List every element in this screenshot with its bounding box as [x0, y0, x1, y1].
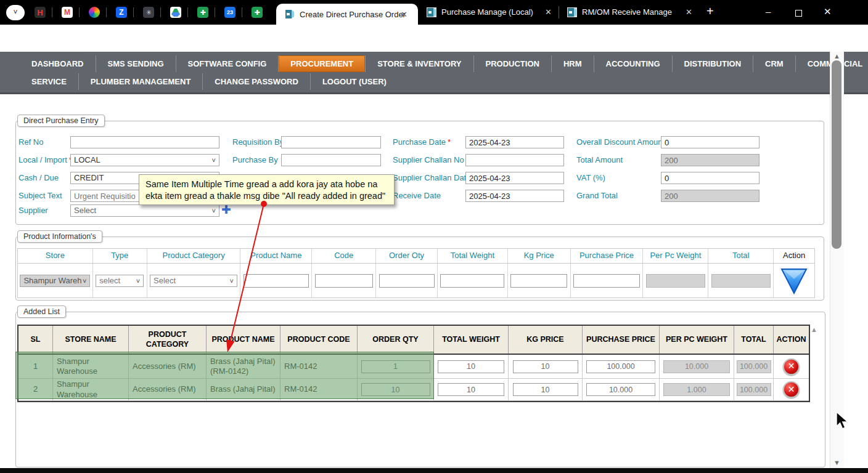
nav-service[interactable]: SERVICE — [20, 73, 78, 90]
pinned-tab-calendar-icon[interactable]: 23 — [224, 7, 235, 18]
purchase-price-input[interactable] — [573, 274, 640, 288]
scrollbar-down-icon[interactable]: ▼ — [833, 459, 840, 466]
type-select[interactable]: select˅ — [96, 275, 144, 287]
pinned-tab-drive-icon[interactable] — [170, 7, 181, 18]
total-input — [737, 360, 771, 373]
new-tab-button[interactable]: + — [706, 4, 714, 18]
col-total-weight: TOTAL WEIGHT — [434, 326, 509, 354]
ref-no-input[interactable] — [70, 136, 219, 148]
col-product-code: PRODUCT CODE — [280, 326, 358, 354]
pinned-tab-z-icon[interactable]: Z — [116, 7, 127, 18]
add-row-arrow-button[interactable] — [780, 267, 808, 295]
order-qty-input[interactable] — [379, 274, 435, 288]
tab-close-icon[interactable]: ✕ — [686, 7, 692, 17]
kg-price-input[interactable] — [513, 360, 578, 373]
pinned-tab-separator — [133, 7, 134, 17]
tab-close-icon[interactable]: ✕ — [545, 7, 552, 17]
per-pc-weight-cell — [660, 379, 734, 400]
nav-accounting[interactable]: ACCOUNTING — [594, 55, 672, 72]
tab-search-chevron-icon[interactable]: ˅ — [6, 5, 25, 20]
weight-input[interactable] — [438, 360, 504, 373]
code-input[interactable] — [315, 274, 373, 288]
col-action: Action — [774, 249, 814, 263]
nav-dashboard[interactable]: DASHBOARD — [20, 55, 96, 72]
col-order-qty: Order Oty — [376, 249, 438, 263]
window-minimize-button[interactable]: – — [766, 6, 771, 17]
requisition-by-label: Requisition By — [232, 136, 284, 148]
window-maximize-button[interactable] — [795, 8, 802, 18]
pinned-tab-green-cross-icon[interactable]: ✚ — [252, 7, 263, 18]
supplier-challan-date-input[interactable] — [465, 172, 564, 184]
nav-logout[interactable]: LOGOUT (USER) — [310, 73, 398, 90]
product-information-header: Store Type Product Category Product Name… — [18, 249, 814, 264]
requisition-by-input[interactable] — [281, 136, 381, 148]
pinned-tab-cluster-icon[interactable]: ✳ — [143, 7, 154, 18]
pinned-tab-separator — [242, 7, 242, 17]
tab-create-direct-purchase-order[interactable]: Create Direct Purchase Order ✕ — [276, 4, 418, 25]
total-input — [737, 383, 771, 396]
overall-discount-input[interactable] — [661, 136, 760, 148]
maximize-icon — [795, 10, 802, 17]
col-product-category: PRODUCT CATEGORY — [129, 326, 207, 354]
pinned-tab-green-cross-icon[interactable]: ✚ — [197, 7, 208, 18]
added-list-scroll-up-icon[interactable]: ▲ — [811, 326, 817, 333]
kg-price-input[interactable] — [510, 274, 567, 288]
kg-price-cell — [509, 355, 583, 378]
action-cell — [774, 264, 814, 297]
purchase-date-input[interactable] — [465, 136, 564, 148]
nav-production[interactable]: PRODUCTION — [473, 55, 551, 72]
col-per-pc-weight: PER PC WEIGHT — [660, 326, 734, 354]
nav-change-password[interactable]: CHANGE PASSWORD — [202, 73, 310, 90]
cash-due-value: CREDIT — [74, 173, 104, 182]
purchase-price-input[interactable] — [586, 360, 655, 373]
site-favicon — [285, 9, 295, 19]
nav-plumber-management[interactable]: PLUMBER MANAGEMENT — [78, 73, 203, 90]
per-pc-weight-input — [663, 360, 730, 373]
category-select[interactable]: Select˅ — [150, 275, 237, 287]
purchase-price-cell — [583, 355, 660, 378]
pinned-tab-colorwheel-icon[interactable] — [89, 7, 100, 18]
pinned-tab-separator — [106, 7, 107, 17]
pinned-tab-gmail-icon[interactable]: M — [62, 7, 73, 18]
annotation-highlight — [15, 352, 434, 399]
col-store: Store — [18, 249, 93, 263]
add-supplier-plus-icon[interactable]: ✚ — [221, 204, 231, 216]
nav-hrm[interactable]: HRM — [551, 55, 594, 72]
total-weight-input[interactable] — [440, 274, 504, 288]
nav-sms-sending[interactable]: SMS SENDING — [96, 55, 176, 72]
receive-date-input[interactable] — [465, 190, 564, 202]
nav-software-config[interactable]: SOFTWARE CONFIG — [176, 55, 279, 72]
tab-purchase-manage[interactable]: Purchase Manage (Local) — [441, 7, 533, 17]
supplier-select[interactable]: Select˅ — [70, 204, 219, 217]
tab-rm-om-receive-manage[interactable]: RM/OM Receive Manage — [582, 7, 672, 17]
nav-store-inventory[interactable]: STORE & INVENTORY — [365, 55, 473, 72]
required-marker: * — [448, 137, 451, 147]
scrollbar-thumb[interactable] — [832, 60, 841, 249]
kg-price-cell — [509, 379, 583, 400]
action-cell: ✕ — [774, 355, 809, 378]
vat-label: VAT (%) — [576, 172, 605, 184]
col-product-category: Product Category — [147, 249, 241, 263]
nav-procurement[interactable]: PROCUREMENT — [278, 55, 365, 72]
purchase-price-input[interactable] — [586, 383, 655, 396]
nav-distribution[interactable]: DISTRIBUTION — [672, 55, 753, 72]
weight-input[interactable] — [438, 383, 504, 396]
total-cell — [734, 379, 774, 400]
browser-tabstrip: ˅ H M Z ✳ ✚ 23 ✚ Create Direct Purchase … — [0, 0, 868, 25]
delete-row-button[interactable]: ✕ — [783, 381, 800, 398]
delete-row-button[interactable]: ✕ — [783, 358, 800, 375]
kg-price-input[interactable] — [513, 383, 578, 396]
local-import-select[interactable]: LOCAL˅ — [70, 154, 219, 166]
scrollbar-up-icon[interactable]: ▲ — [833, 52, 840, 60]
category-value: Select — [154, 276, 176, 285]
supplier-challan-no-input[interactable] — [465, 154, 564, 166]
tab-close-icon[interactable]: ✕ — [401, 10, 407, 19]
purchase-date-label: Purchase Date* — [393, 136, 451, 148]
product-name-input[interactable] — [244, 274, 309, 288]
pinned-tab-h-icon[interactable]: H — [35, 7, 46, 18]
nav-crm[interactable]: CRM — [753, 55, 795, 72]
vat-input[interactable] — [661, 172, 760, 184]
window-close-button[interactable]: ✕ — [824, 6, 832, 17]
purchase-by-input[interactable] — [281, 154, 381, 166]
chevron-down-icon: ˅ — [212, 205, 216, 216]
